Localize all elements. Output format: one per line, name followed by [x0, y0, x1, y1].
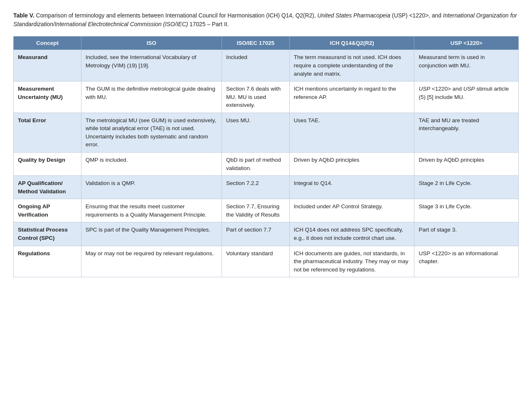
cell-iso17025: Voluntary standard [222, 246, 290, 277]
cell-concept: Measurand [14, 50, 81, 81]
cell-iso17025: Part of section 7.7 [222, 222, 290, 246]
cell-iso17025: Included [222, 50, 290, 81]
cell-iso17025: QbD is part of method validation. [222, 153, 290, 176]
caption-mid1: (USP) <1220>, and [390, 12, 443, 19]
cell-iso: The GUM is the definitive metrological g… [81, 81, 222, 113]
cell-ich: ICH documents are guides, not standards,… [289, 246, 414, 277]
cell-ich: Included under AP Control Strategy. [289, 199, 414, 222]
cell-usp: Stage 3 in Life Cycle. [414, 199, 519, 222]
caption-rest: Comparison of terminology and elements b… [34, 12, 318, 19]
caption-bold: Table V. [13, 12, 34, 19]
cell-iso: SPC is part of the Quality Management Pr… [81, 222, 222, 246]
cell-iso: Validation is a QMP. [81, 176, 222, 199]
table-row: RegulationsMay or may not be required by… [14, 246, 519, 277]
cell-usp: Measurand term is used in conjunction wi… [414, 50, 519, 81]
cell-ich: Integral to Q14. [289, 176, 414, 199]
table-row: Total ErrorThe metrological MU (see GUM)… [14, 113, 519, 152]
cell-concept: Quality by Design [14, 153, 81, 176]
header-usp: USP <1220> [414, 37, 519, 50]
table-row: Statistical Process Control (SPC)SPC is … [14, 222, 519, 246]
table-row: AP Qualification/ Method ValidationValid… [14, 176, 519, 199]
table-row: Measurement Uncertainty (MU)The GUM is t… [14, 81, 519, 113]
table-header-row: Concept ISO ISO/IEC 17025 ICH Q14&Q2(R2)… [14, 37, 519, 50]
cell-ich: Uses TAE. [289, 113, 414, 152]
cell-concept: Ongoing AP Verification [14, 199, 81, 222]
cell-ich: Driven by AQbD principles [289, 153, 414, 176]
cell-iso: Included, see the International Vocabula… [81, 50, 222, 81]
cell-iso17025: Section 7.2.2 [222, 176, 290, 199]
header-concept: Concept [14, 37, 81, 50]
cell-usp: USP <1220> and USP stimuli article (5) [… [414, 81, 519, 113]
cell-usp: Stage 2 in Life Cycle. [414, 176, 519, 199]
cell-ich: ICH mentions uncertainty in regard to th… [289, 81, 414, 113]
header-ich: ICH Q14&Q2(R2) [289, 37, 414, 50]
cell-concept: Total Error [14, 113, 81, 152]
cell-ich: ICH Q14 does not address SPC specificall… [289, 222, 414, 246]
table-row: Quality by DesignQMP is included.QbD is … [14, 153, 519, 176]
caption-end: 17025 – Part II. [188, 21, 229, 27]
table-row: Ongoing AP VerificationEnsuring that the… [14, 199, 519, 222]
header-iso: ISO [81, 37, 222, 50]
caption-italic1: United States Pharmacopeia [318, 12, 391, 19]
cell-iso17025: Section 7.6 deals with MU. MU is used ex… [222, 81, 290, 113]
cell-usp: TAE and MU are treated interchangeably. [414, 113, 519, 152]
cell-iso17025: Uses MU. [222, 113, 290, 152]
cell-usp: Driven by AQbD principles [414, 153, 519, 176]
cell-iso: The metrological MU (see GUM) is used ex… [81, 113, 222, 152]
comparison-table: Concept ISO ISO/IEC 17025 ICH Q14&Q2(R2)… [13, 36, 519, 277]
cell-ich: The term measurand is not used. ICH does… [289, 50, 414, 81]
cell-iso: Ensuring that the results meet customer … [81, 199, 222, 222]
table-row: MeasurandIncluded, see the International… [14, 50, 519, 81]
cell-concept: Statistical Process Control (SPC) [14, 222, 81, 246]
caption: Table V. Comparison of terminology and e… [13, 12, 519, 29]
cell-concept: AP Qualification/ Method Validation [14, 176, 81, 199]
cell-concept: Regulations [14, 246, 81, 277]
cell-iso: QMP is included. [81, 153, 222, 176]
cell-usp: USP <1220> is an informational chapter. [414, 246, 519, 277]
cell-iso: May or may not be required by relevant r… [81, 246, 222, 277]
cell-concept: Measurement Uncertainty (MU) [14, 81, 81, 113]
cell-usp: Part of stage 3. [414, 222, 519, 246]
cell-iso17025: Section 7.7, Ensuring the Validity of Re… [222, 199, 290, 222]
header-iso17025: ISO/IEC 17025 [222, 37, 290, 50]
